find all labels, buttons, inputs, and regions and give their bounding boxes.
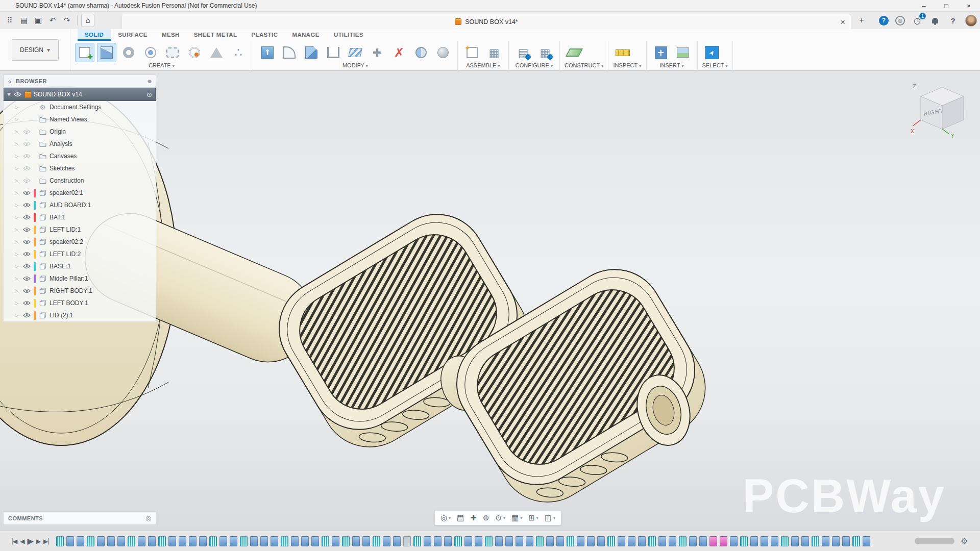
timeline-sketch-32[interactable]	[373, 536, 380, 546]
maximize-button[interactable]: □	[935, 0, 958, 11]
browser-item-middle-pillar-1[interactable]: ▷Middle Pillar:1	[4, 272, 156, 285]
expander-icon[interactable]: ▷	[15, 117, 20, 122]
minimize-button[interactable]: –	[913, 0, 935, 11]
new-component-button[interactable]	[462, 43, 482, 62]
timeline-sketch-72[interactable]	[781, 536, 789, 546]
expander-icon[interactable]: ▷	[15, 300, 20, 306]
expander-icon[interactable]: ▷	[15, 190, 20, 195]
timeline-feature-28[interactable]	[332, 536, 339, 546]
timeline-feature-6[interactable]	[107, 536, 115, 546]
zoom-icon[interactable]: ⊕	[480, 512, 492, 524]
timeline-sketch-68[interactable]	[740, 536, 748, 546]
timeline-feature-45[interactable]	[505, 536, 513, 546]
browser-item-construction[interactable]: ▷Construction	[4, 174, 156, 187]
timeline-feature-14[interactable]	[189, 536, 197, 546]
visibility-toggle[interactable]	[22, 190, 31, 195]
expander-icon[interactable]: ▷	[15, 276, 20, 281]
step-forward-button[interactable]: ▶	[36, 538, 40, 545]
collapse-panel-icon[interactable]: «	[8, 78, 12, 85]
measure-button[interactable]	[613, 43, 632, 62]
timeline-feature-44[interactable]	[495, 536, 503, 546]
inspect-group-label[interactable]: INSPECT	[613, 62, 641, 69]
browser-item-left-lid-2[interactable]: ▷LEFT LID:2	[4, 248, 156, 260]
pattern-button[interactable]	[229, 43, 248, 62]
notifications-bell-icon[interactable]	[929, 15, 941, 26]
browser-item-speaker02-1[interactable]: ▷speaker02:1	[4, 187, 156, 199]
revolve-button[interactable]	[119, 43, 138, 62]
timeline-sketch-43[interactable]	[485, 536, 493, 546]
timeline-sketch-36[interactable]	[413, 536, 421, 546]
expander-icon[interactable]: ▷	[15, 178, 20, 183]
visibility-toggle[interactable]	[22, 288, 31, 293]
browser-item-sketches[interactable]: ▷Sketches	[4, 162, 156, 174]
timeline-feature-56[interactable]	[618, 536, 625, 546]
expander-icon[interactable]: ▷	[15, 203, 20, 208]
timeline-component-66[interactable]	[720, 536, 727, 546]
canvas-button[interactable]	[673, 43, 693, 62]
timeline-scrollbar[interactable]	[915, 538, 954, 544]
timeline-feature-76[interactable]	[822, 536, 829, 546]
root-visibility-toggle[interactable]	[13, 92, 22, 97]
visibility-toggle[interactable]	[22, 203, 31, 208]
timeline-feature-67[interactable]	[730, 536, 738, 546]
visibility-toggle[interactable]	[22, 141, 31, 146]
ribbon-tab-manage[interactable]: MANAGE	[285, 29, 327, 41]
file-menu-icon[interactable]: ▤	[17, 14, 31, 27]
go-to-end-button[interactable]: ▶|	[43, 538, 49, 545]
insert-group-label[interactable]: INSERT	[651, 62, 693, 69]
chamfer-button[interactable]	[302, 43, 321, 62]
visibility-toggle[interactable]	[22, 154, 31, 159]
timeline-feature-77[interactable]	[832, 536, 840, 546]
viewports-icon[interactable]: ◫▾	[542, 512, 558, 524]
browser-item-canvases[interactable]: ▷Canvases	[4, 150, 156, 162]
timeline-feature-12[interactable]	[168, 536, 176, 546]
timeline-feature-70[interactable]	[761, 536, 768, 546]
look-at-icon[interactable]: ▤	[454, 512, 467, 524]
timeline-sketch-1[interactable]	[56, 536, 64, 546]
timeline-feature-5[interactable]	[97, 536, 105, 546]
help-icon[interactable]	[947, 15, 959, 26]
timeline-sketch-8[interactable]	[128, 536, 135, 546]
orbit-icon[interactable]: ◎▾	[438, 512, 453, 524]
configuration-table-button[interactable]	[535, 43, 555, 62]
timeline-feature-50[interactable]	[556, 536, 564, 546]
timeline-feature-26[interactable]	[311, 536, 319, 546]
expander-icon[interactable]: ▷	[15, 252, 20, 257]
ribbon-tab-sheet-metal[interactable]: SHEET METAL	[187, 29, 244, 41]
workspace-dropdown[interactable]: DESIGN	[12, 39, 59, 61]
visibility-toggle[interactable]	[22, 239, 31, 244]
timeline-plane-35[interactable]	[403, 536, 411, 546]
visibility-toggle[interactable]	[22, 178, 31, 183]
ribbon-tab-solid[interactable]: SOLID	[78, 29, 111, 41]
expander-icon[interactable]: ▷	[15, 215, 20, 220]
timeline-feature-20[interactable]	[250, 536, 258, 546]
timeline-feature-78[interactable]	[842, 536, 850, 546]
shell-button[interactable]	[324, 43, 343, 62]
timeline-feature-49[interactable]	[546, 536, 554, 546]
web-circle-icon[interactable]	[895, 16, 905, 26]
root-expander-icon[interactable]: ▼	[7, 92, 11, 97]
coil-button[interactable]	[185, 43, 204, 62]
configuration-button[interactable]	[513, 43, 533, 62]
assemble-group-label[interactable]: ASSEMBLE	[462, 62, 504, 69]
timeline-feature-64[interactable]	[699, 536, 707, 546]
ribbon-tab-utilities[interactable]: UTILITIES	[327, 29, 371, 41]
browser-item-named-views[interactable]: ▷Named Views	[4, 113, 156, 126]
fillet-button[interactable]	[280, 43, 299, 62]
job-status-icon[interactable]: 1	[912, 15, 923, 26]
close-button[interactable]: ×	[958, 0, 980, 11]
timeline-feature-42[interactable]	[475, 536, 482, 546]
activate-target-icon[interactable]: ⊙	[146, 91, 152, 98]
timeline-feature-3[interactable]	[77, 536, 84, 546]
view-cube[interactable]: Z RIGHT X Y	[911, 76, 974, 139]
visibility-toggle[interactable]	[22, 300, 31, 306]
timeline-feature-74[interactable]	[801, 536, 809, 546]
timeline-feature-33[interactable]	[383, 536, 390, 546]
timeline-sketch-19[interactable]	[240, 536, 248, 546]
press-pull-button[interactable]	[258, 43, 277, 62]
joint-button[interactable]	[484, 43, 504, 62]
browser-item-speaker02-2[interactable]: ▷speaker02:2	[4, 236, 156, 248]
visibility-toggle[interactable]	[22, 276, 31, 281]
visibility-toggle[interactable]	[22, 264, 31, 269]
timeline-sketch-27[interactable]	[322, 536, 329, 546]
